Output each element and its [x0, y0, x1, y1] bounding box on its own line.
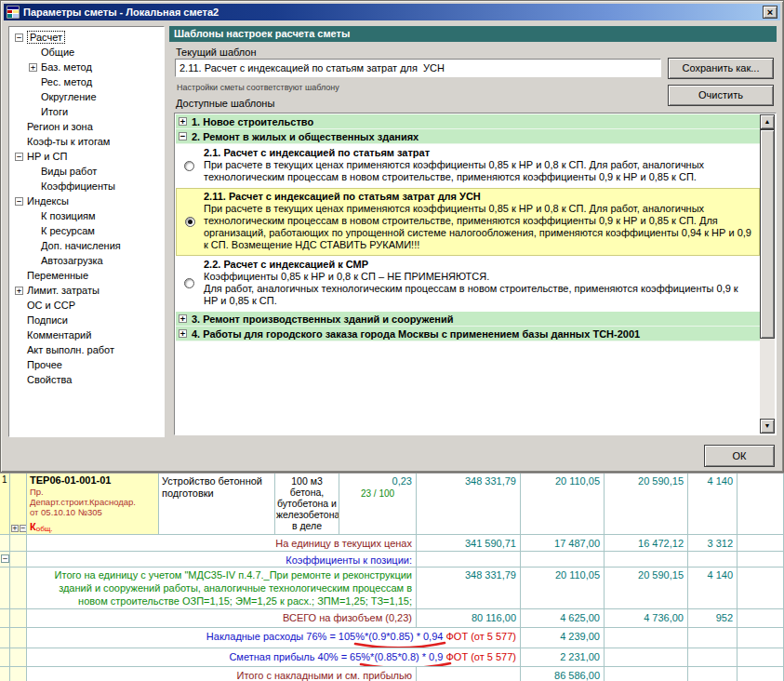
tree-item-k-resursam[interactable]: К ресурсам: [9, 223, 164, 238]
template-option-2-1[interactable]: 2.1. Расчет с индексацией по статьям зат…: [176, 144, 760, 188]
row-label: ВСЕГО на физобъем (0,23): [27, 609, 417, 628]
scrollbar-thumb[interactable]: [760, 129, 775, 339]
unit-cell[interactable]: 100 м3 бетона, бутобетона и железобетона…: [275, 474, 339, 535]
tree-item-raschet[interactable]: −Расчет: [9, 30, 164, 45]
screen: Параметры сметы - Локальная смета2 × −Ра…: [0, 0, 784, 681]
template-option-2-2[interactable]: 2.2. Расчет с индексацией к СМР Коэффици…: [176, 256, 760, 312]
row-label: Итого с накладными и см. прибылью: [27, 667, 417, 681]
value-cell[interactable]: 4 140: [688, 474, 737, 535]
title-bar[interactable]: Параметры сметы - Локальная смета2 ×: [4, 4, 780, 20]
empty-cell: [0, 609, 10, 628]
tree-item-baz-metod[interactable]: +Баз. метод: [9, 60, 164, 74]
tree-item-obshchie[interactable]: Общие: [9, 45, 164, 60]
expand-icon[interactable]: +: [15, 287, 23, 295]
tree-label: Свойства: [27, 374, 74, 385]
template-group-1[interactable]: +1. Новое строительство: [176, 114, 760, 129]
tree-item-avtozagruzka[interactable]: Автозагрузка: [9, 253, 164, 268]
expand-icon[interactable]: +: [179, 117, 187, 126]
tree-item-akt-vypoln-rabot[interactable]: Акт выполн. работ: [9, 342, 164, 357]
value-cell[interactable]: 86 586,00: [521, 667, 605, 681]
tree-item-itogi[interactable]: Итоги: [9, 104, 164, 119]
tree-item-okruglenie[interactable]: Округление: [9, 89, 164, 104]
minus-icon[interactable]: −: [1, 554, 9, 563]
grid-row-position[interactable]: 1 + − ТЕР06-01-001-01 Пр. Департ.строит.…: [0, 474, 784, 535]
formula-part: Сметная прибыль 40% = 65%*: [229, 651, 374, 662]
radio-checked-icon[interactable]: [185, 217, 195, 227]
tree-item-koef-k-itogam[interactable]: Коэф-ты к итогам: [9, 134, 164, 149]
grid-row-mds-total[interactable]: Итого на единицу с учетом "МДС35-IV п.4.…: [0, 568, 784, 609]
minus-icon[interactable]: −: [20, 525, 27, 532]
tree-item-k-pozitsiyam[interactable]: К позициям: [9, 208, 164, 223]
collapse-icon[interactable]: −: [15, 33, 23, 42]
empty-cell: [737, 552, 784, 568]
expand-icon[interactable]: +: [179, 314, 187, 323]
value-cell[interactable]: 20 590,15: [605, 568, 688, 609]
templates-list: +1. Новое строительство −2. Ремонт в жил…: [174, 113, 777, 435]
grid-row-grand-total[interactable]: Итого с накладными и см. прибылью 86 586…: [0, 667, 784, 681]
tree-item-podpisi[interactable]: Подписи: [9, 313, 164, 327]
scrollbar[interactable]: ▲ ▼: [760, 114, 775, 434]
template-option-2-11-selected[interactable]: 2.11. Расчет с индексацией по статьям за…: [176, 188, 760, 256]
plus-icon[interactable]: +: [11, 525, 19, 532]
ok-button[interactable]: ОК: [704, 445, 775, 467]
collapse-icon[interactable]: −: [15, 153, 23, 161]
clear-button[interactable]: Очистить: [668, 85, 774, 106]
justification-cell[interactable]: ТЕР06-01-001-01 Пр. Департ.строит.Красно…: [27, 474, 159, 535]
value-cell[interactable]: 20 110,05: [521, 474, 605, 535]
group-label: 3. Ремонт производственных зданий и соор…: [192, 314, 453, 325]
tree-item-vidy-rabot[interactable]: Виды работ: [9, 164, 164, 179]
work-name-cell[interactable]: Устройство бетонной подготовки: [159, 474, 275, 535]
radio-icon[interactable]: [184, 278, 194, 288]
scroll-up-icon[interactable]: ▲: [760, 114, 775, 129]
template-group-2[interactable]: −2. Ремонт в жилых и общественных здания…: [176, 129, 760, 144]
tree-item-os-i-ssr[interactable]: ОС и ССР: [9, 298, 164, 313]
value-cell[interactable]: 80 116,00: [417, 609, 521, 628]
grid-row-coefficients[interactable]: − Коэффициенты к позиции:: [0, 552, 784, 568]
tree-item-nr-i-sp[interactable]: −НР и СП: [9, 149, 164, 164]
value-cell[interactable]: 4 736,00: [605, 609, 688, 628]
template-group-4[interactable]: +4. Работы для городского заказа города …: [176, 327, 760, 341]
grid-row-per-unit[interactable]: На единицу в текущих ценах 341 590,71 17…: [0, 535, 784, 552]
value-cell[interactable]: 17 487,00: [521, 535, 605, 552]
empty-cell: [737, 474, 784, 535]
tree-item-koeffitsienty[interactable]: Коэффициенты: [9, 179, 164, 194]
grid-row-profit[interactable]: Сметная прибыль 40% = 65%*(0.85*0.8) * 0…: [0, 648, 784, 667]
collapse-icon[interactable]: −: [15, 197, 23, 206]
tree-item-dop-nachisleniya[interactable]: Доп. начисления: [9, 238, 164, 253]
value-cell[interactable]: 952: [688, 609, 737, 628]
formula-base: ФОТ (от 5 577): [445, 631, 516, 642]
tree-item-region-i-zona[interactable]: Регион и зона: [9, 119, 164, 134]
value-cell[interactable]: 4 140: [688, 568, 737, 609]
collapse-icon[interactable]: −: [179, 132, 187, 140]
value-cell[interactable]: 4 625,00: [521, 609, 605, 628]
scroll-down-icon[interactable]: ▼: [760, 419, 775, 434]
value-cell[interactable]: 16 472,12: [605, 535, 688, 552]
value-cell[interactable]: 3 312: [688, 535, 737, 552]
tree-item-res-metod[interactable]: Рес. метод: [9, 74, 164, 89]
tree-item-indeksy[interactable]: −Индексы: [9, 194, 164, 208]
grid-row-total-volume[interactable]: ВСЕГО на физобъем (0,23) 80 116,00 4 625…: [0, 609, 784, 628]
radio-icon[interactable]: [184, 161, 194, 171]
tree-item-peremennye[interactable]: Переменные: [9, 268, 164, 283]
tree-item-kommentariy[interactable]: Комментарий: [9, 327, 164, 342]
tree-item-prochee[interactable]: Прочее: [9, 357, 164, 372]
value-cell[interactable]: 4 239,00: [521, 628, 605, 648]
quantity-cell[interactable]: 0,23 23 / 100: [339, 474, 417, 535]
save-as-button[interactable]: Сохранить как...: [668, 58, 774, 79]
value-cell[interactable]: 348 331,79: [417, 474, 521, 535]
close-icon[interactable]: ×: [763, 6, 777, 19]
template-group-3[interactable]: +3. Ремонт производственных зданий и соо…: [176, 312, 760, 327]
grid-row-overhead[interactable]: Накладные расходы 76% = 105%*(0.9*0.85) …: [0, 628, 784, 648]
value-cell[interactable]: 20 110,05: [521, 568, 605, 609]
k-obsh-flag[interactable]: Кобщ.: [30, 521, 53, 532]
current-template-input[interactable]: [175, 59, 661, 77]
value-cell[interactable]: 2 231,00: [521, 648, 605, 667]
expand-icon[interactable]: +: [179, 329, 187, 338]
expand-icon[interactable]: +: [29, 63, 37, 72]
value-cell[interactable]: 20 590,15: [605, 474, 688, 535]
tree-item-limit-zatraty[interactable]: +Лимит. затраты: [9, 283, 164, 298]
tree-item-svoystva[interactable]: Свойства: [9, 372, 164, 387]
value-cell[interactable]: 341 590,71: [417, 535, 521, 552]
empty-cell: [688, 552, 737, 568]
value-cell[interactable]: 348 331,79: [417, 568, 521, 609]
